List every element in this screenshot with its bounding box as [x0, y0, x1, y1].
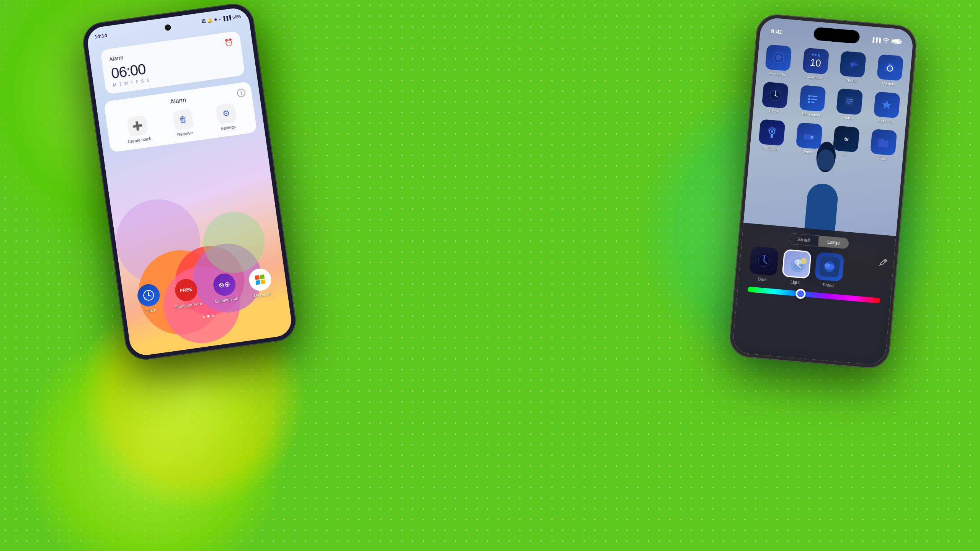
android-status-icons: 🖼 🔔 ✱ • ▐▐▐ 56% — [201, 14, 241, 24]
dark-style-preview — [749, 246, 779, 276]
context-remove[interactable]: 🗑 Remove — [172, 109, 195, 137]
tinted-style-label: Tinted — [822, 282, 834, 288]
calendar-icon: MON 10 — [802, 47, 829, 74]
iphone-app-files[interactable]: Files — [868, 129, 899, 161]
svg-line-1 — [148, 292, 149, 295]
notes-icon — [836, 88, 863, 115]
clock-iphone-label: Clock — [769, 109, 779, 114]
svg-line-45 — [879, 265, 880, 266]
svg-rect-33 — [811, 101, 815, 103]
reminders-label: Reminders — [802, 111, 820, 117]
settings-icon: ⚙ — [216, 103, 237, 124]
iphone-app-clock[interactable]: Clock — [759, 82, 791, 114]
settings-label: Settings — [220, 124, 236, 131]
android-app-gaming-hub[interactable]: ⊗⊕ Gaming Hub — [211, 272, 239, 304]
svg-point-39 — [771, 130, 773, 133]
icon-style-tinted[interactable]: Tinted — [814, 252, 844, 289]
reminders-icon — [799, 85, 826, 112]
iphone-bottom-panel: Small Large — [732, 223, 896, 366]
page-dot-2 — [207, 315, 210, 318]
android-icon-dot: • — [219, 17, 221, 21]
iphone-app-row-3: Podcasts Wallet — [756, 119, 899, 162]
wallet-icon — [795, 122, 822, 149]
iphone-app-reminders[interactable]: Reminders — [797, 85, 828, 118]
camera-label: Camera — [882, 81, 895, 86]
gaming-hub-icon: ⊗⊕ — [212, 272, 237, 297]
android-battery: 56% — [232, 14, 241, 20]
samsung-free-label: Samsung Free — [174, 301, 202, 310]
scene: 14:14 🖼 🔔 ✱ • ▐▐▐ 56% Alarm — [0, 0, 980, 551]
notes-label: Notes — [843, 115, 853, 120]
photos-label: Photos — [845, 78, 858, 83]
iphone-frame: 9:41 ▐▐▐ — [728, 13, 918, 370]
iphone-signal-icon: ▐▐▐ — [871, 37, 881, 43]
android-clock: 14:14 — [94, 32, 108, 39]
photos-icon — [840, 51, 866, 78]
page-dot-1 — [203, 316, 205, 318]
iphone-wifi-icon — [882, 37, 890, 45]
files-label: Files — [878, 156, 887, 161]
iphone-app-photos[interactable]: Photos — [837, 51, 869, 83]
messages-label: Messages — [768, 71, 786, 77]
android-app-microsoft[interactable]: Microsoft — [248, 267, 274, 298]
iphone-status-icons: ▐▐▐ — [871, 36, 903, 46]
create-stack-label: Create stack — [127, 136, 152, 144]
messages-icon — [765, 44, 792, 71]
iphone-app-wallet[interactable]: Wallet — [793, 122, 825, 155]
light-style-label: Light — [791, 280, 800, 285]
remove-icon: 🗑 — [172, 109, 194, 130]
iphone-app-podcasts[interactable]: Podcasts — [756, 119, 787, 152]
size-tab-large[interactable]: Large — [818, 236, 849, 249]
eyedropper-button[interactable] — [879, 258, 888, 269]
podcasts-icon — [758, 119, 785, 146]
context-settings[interactable]: ⚙ Settings — [216, 103, 238, 131]
iphone-app-notes[interactable]: Notes — [834, 88, 865, 121]
android-phone: 14:14 🖼 🔔 ✱ • ▐▐▐ 56% Alarm — [80, 1, 298, 362]
svg-rect-5 — [256, 280, 260, 285]
iphone-app-grid: Messages MON 10 Calendar — [755, 44, 905, 168]
files-icon — [870, 129, 897, 156]
clock-iphone-icon — [762, 82, 789, 108]
android-icon-star: ✱ — [214, 17, 218, 22]
iphone-app-appletv[interactable]: tv tv — [830, 126, 862, 158]
color-knob-fill — [797, 290, 805, 298]
tinted-style-preview — [815, 252, 844, 282]
icon-style-dark[interactable]: Dark — [748, 246, 779, 283]
icon-style-light[interactable]: Light — [781, 249, 812, 286]
svg-line-2 — [149, 295, 151, 297]
android-app-samsung-free[interactable]: FREE Samsung Free — [171, 277, 203, 309]
svg-rect-34 — [844, 96, 854, 107]
iphone: 9:41 ▐▐▐ — [728, 13, 918, 370]
iphone-app-calendar[interactable]: MON 10 Calendar — [800, 47, 831, 80]
android-signal: ▐▐▐ — [222, 15, 231, 21]
podcasts-label: Podcasts — [763, 146, 779, 152]
dark-style-label: Dark — [758, 277, 767, 282]
appstore-label: App Store — [877, 118, 894, 124]
microsoft-icon — [248, 267, 273, 292]
iphone-app-camera[interactable]: Camera — [874, 54, 906, 87]
camera-icon — [877, 54, 903, 81]
android-app-clock[interactable]: Clock — [136, 283, 162, 314]
svg-rect-40 — [770, 134, 773, 138]
svg-rect-6 — [260, 279, 265, 284]
light-style-preview — [782, 249, 812, 279]
android-screen: 14:14 🖼 🔔 ✱ • ▐▐▐ 56% Alarm — [86, 7, 293, 357]
android-frame: 14:14 🖼 🔔 ✱ • ▐▐▐ 56% Alarm — [80, 1, 298, 362]
svg-rect-8 — [901, 41, 902, 42]
svg-rect-31 — [811, 98, 817, 100]
clock-icon — [136, 283, 162, 308]
iphone-app-appstore[interactable]: App Store — [871, 91, 902, 124]
calendar-label: Calendar — [806, 74, 822, 80]
color-picker-knob[interactable] — [795, 289, 806, 299]
context-create-stack[interactable]: ➕ Create stack — [124, 115, 152, 144]
appstore-icon — [874, 91, 900, 118]
size-tab-small[interactable]: Small — [788, 233, 819, 247]
appletv-label: tv — [843, 153, 847, 157]
android-icon-bell: 🔔 — [207, 18, 213, 23]
svg-point-32 — [808, 101, 810, 103]
iphone-app-messages[interactable]: Messages — [763, 44, 794, 77]
iphone-app-row-2: Clock — [759, 82, 902, 124]
page-dot-3 — [212, 314, 214, 317]
iphone-battery-icon — [891, 38, 902, 46]
samsung-free-icon: FREE — [174, 277, 199, 303]
